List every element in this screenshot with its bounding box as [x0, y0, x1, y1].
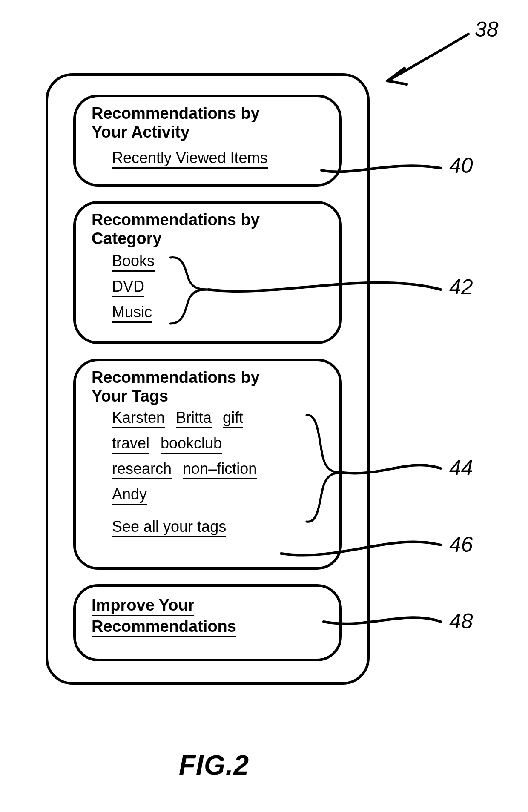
tag-andy[interactable]: Andy: [112, 485, 147, 505]
ref-46: 46: [449, 532, 473, 557]
category-title-line2: Category: [92, 230, 330, 248]
tags-title-line1: Recommendations by: [92, 368, 330, 387]
category-title-line1: Recommendations by: [92, 211, 330, 230]
tag-karsten[interactable]: Karsten: [112, 409, 165, 428]
ref-38: 38: [475, 17, 499, 42]
activity-title-line1: Recommendations by: [92, 104, 330, 123]
ref-48: 48: [449, 609, 473, 634]
category-music-link[interactable]: Music: [112, 303, 152, 323]
improve-link-line2[interactable]: Recommendations: [92, 617, 236, 637]
tag-research[interactable]: research: [112, 460, 172, 479]
category-panel-content: Recommendations by Category Books DVD Mu…: [92, 211, 330, 329]
activity-title-line2: Your Activity: [92, 123, 330, 142]
category-dvd-link[interactable]: DVD: [112, 278, 144, 297]
ref-42: 42: [449, 275, 473, 299]
ref-44: 44: [449, 456, 473, 480]
tag-nonfiction[interactable]: non–fiction: [183, 460, 257, 479]
ref-40: 40: [449, 153, 473, 178]
tag-britta[interactable]: Britta: [176, 409, 212, 428]
category-books-link[interactable]: Books: [112, 252, 155, 272]
figure-page: 38 40 42 44 46 48 Recommendations by You…: [0, 0, 528, 812]
tag-travel[interactable]: travel: [112, 434, 149, 454]
tags-panel-content: Recommendations by Your Tags Karsten Bri…: [92, 368, 330, 543]
tags-title-line2: Your Tags: [92, 387, 330, 406]
see-all-tags-link[interactable]: See all your tags: [112, 518, 226, 537]
figure-caption: FIG.2: [179, 749, 249, 781]
tag-bookclub[interactable]: bookclub: [161, 434, 222, 454]
tag-gift[interactable]: gift: [223, 409, 243, 428]
recently-viewed-link[interactable]: Recently Viewed Items: [112, 149, 268, 169]
activity-panel-content: Recommendations by Your Activity Recentl…: [92, 104, 330, 175]
improve-panel-content: Improve Your Recommendations: [92, 596, 330, 636]
improve-link-line1[interactable]: Improve Your: [92, 596, 194, 616]
